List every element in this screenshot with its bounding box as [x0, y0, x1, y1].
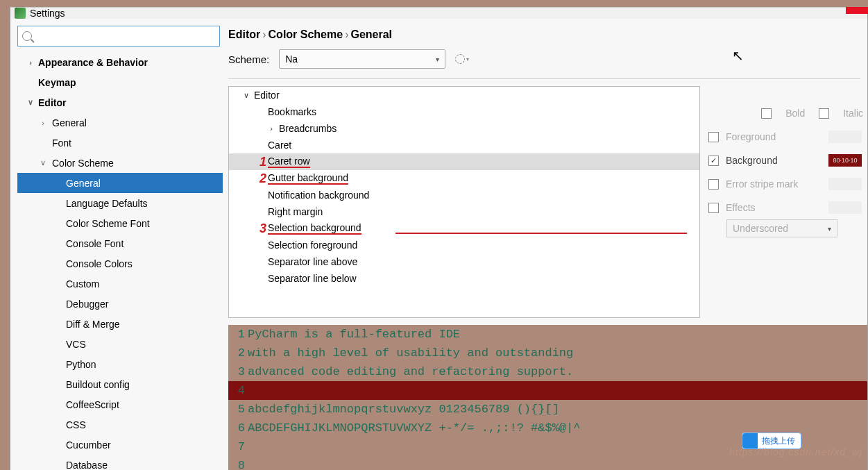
tree-item[interactable]: VCS [17, 334, 223, 354]
tree-item[interactable]: Python [17, 354, 223, 374]
preview-line: 5abcdefghijklmnopqrstuvwxyz 0123456789 (… [228, 400, 867, 419]
tree-item[interactable]: ›Appearance & Behavior [17, 52, 223, 72]
scheme-label: Scheme: [228, 53, 269, 65]
background-swatch[interactable]: 80·10·10 [828, 154, 862, 167]
attribute-tree[interactable]: ∨EditorBookmarks›BreadcrumbsCaret1Caret … [228, 86, 700, 318]
tree-item[interactable]: Console Font [17, 233, 223, 253]
window-title: Settings [30, 8, 65, 19]
close-button[interactable] [846, 7, 868, 14]
foreground-swatch[interactable] [828, 131, 862, 143]
attr-item[interactable]: Bookmarks [229, 103, 699, 120]
tree-item[interactable]: Console Colors [17, 253, 223, 274]
scheme-row: Scheme: Na ▾ ▾ [228, 49, 860, 79]
settings-window: Settings ›Appearance & BehaviorKeymap∨Ed… [10, 7, 868, 470]
search-box[interactable] [17, 26, 220, 47]
foreground-checkbox[interactable] [708, 132, 719, 142]
chevron-down-icon: ▾ [466, 56, 469, 62]
bold-checkbox[interactable] [761, 108, 772, 119]
tree-item[interactable]: General [17, 173, 223, 193]
tree-item[interactable]: ∨Editor [17, 92, 223, 112]
scheme-actions[interactable]: ▾ [455, 54, 469, 64]
attr-item[interactable]: Selection foreground [229, 237, 699, 253]
attr-item[interactable]: 3Selection background [229, 220, 699, 237]
attr-item[interactable]: ∨Editor [229, 87, 699, 103]
titlebar[interactable]: Settings [10, 8, 867, 19]
effects-select[interactable]: Underscored ▾ [726, 219, 837, 237]
tree-item[interactable]: ›General [17, 112, 223, 133]
preview-line: 4 [228, 381, 867, 400]
chevron-down-icon: ▾ [436, 56, 439, 63]
tree-item[interactable]: Cucumber [17, 435, 223, 455]
tree-item[interactable]: CoffeeScript [17, 394, 223, 414]
tree-item[interactable]: Language Defaults [17, 193, 223, 213]
attr-item[interactable]: ›Breadcrumbs [229, 120, 699, 137]
tree-item[interactable]: CSS [17, 414, 223, 435]
search-icon [22, 31, 32, 41]
tree-item[interactable]: Diff & Merge [17, 314, 223, 334]
app-icon [15, 8, 26, 19]
content-row: ∨EditorBookmarks›BreadcrumbsCaret1Caret … [228, 86, 867, 318]
effects-checkbox[interactable] [708, 203, 719, 213]
tree-item[interactable]: Custom [17, 274, 223, 294]
main-panel: Editor›Color Scheme›General Scheme: Na ▾… [228, 26, 867, 470]
tree-item[interactable]: Font [17, 133, 223, 153]
background-checkbox[interactable]: ✓ [708, 156, 719, 166]
chevron-down-icon: ▾ [828, 225, 831, 233]
gear-icon [455, 54, 465, 64]
breadcrumb: Editor›Color Scheme›General [228, 26, 867, 49]
attr-item[interactable]: Separator line above [229, 253, 699, 270]
tree-item[interactable]: Debugger [17, 294, 223, 314]
preview-line: 1PyCharm is a full-featured IDE [228, 325, 867, 344]
tree-item[interactable]: Database [17, 455, 223, 470]
preview-line: 8 [228, 456, 867, 470]
attr-item[interactable]: Notification background [229, 187, 699, 203]
effects-swatch[interactable] [828, 201, 862, 214]
errorstripe-checkbox[interactable] [708, 179, 719, 190]
scheme-select[interactable]: Na ▾ [279, 49, 445, 69]
dialog-body: ›Appearance & BehaviorKeymap∨Editor›Gene… [10, 19, 867, 470]
attr-item[interactable]: Caret [229, 137, 699, 153]
settings-tree[interactable]: ›Appearance & BehaviorKeymap∨Editor›Gene… [17, 52, 225, 470]
italic-checkbox[interactable] [819, 108, 829, 119]
attr-item[interactable]: 1Caret row [229, 153, 699, 170]
tree-item[interactable]: Keymap [17, 72, 223, 92]
tree-item[interactable]: ∨Color Scheme [17, 153, 223, 173]
properties-panel: Bold Italic Foreground ✓ Background 80·1… [708, 86, 867, 318]
errorstripe-swatch[interactable] [828, 178, 862, 190]
attr-item[interactable]: 2Gutter background [229, 170, 699, 187]
attr-item[interactable]: Right margin [229, 203, 699, 220]
sidebar: ›Appearance & BehaviorKeymap∨Editor›Gene… [17, 26, 225, 470]
tree-item[interactable]: Color Scheme Font [17, 213, 223, 233]
preview-line: 2with a high level of usability and outs… [228, 344, 867, 362]
preview-line: 3advanced code editing and refactoring s… [228, 362, 867, 381]
watermark: https://blog.csdn.net/xd_wj [729, 446, 862, 458]
attr-item[interactable]: Separator line below [229, 270, 699, 287]
search-input[interactable] [36, 26, 219, 46]
tree-item[interactable]: Buildout config [17, 374, 223, 394]
